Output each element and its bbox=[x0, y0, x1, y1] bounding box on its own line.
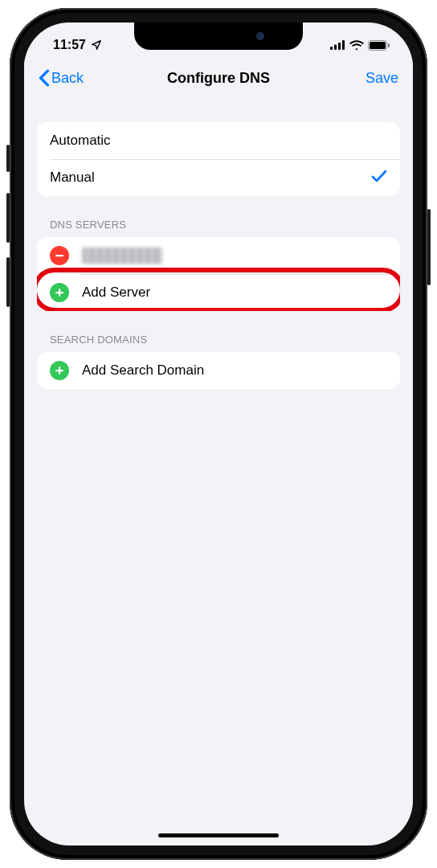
add-server-label: Add Server bbox=[82, 285, 387, 301]
device-frame: 11:57 bbox=[10, 8, 427, 860]
volume-up-button bbox=[6, 193, 10, 243]
dns-servers-group: Add Server bbox=[37, 237, 400, 311]
cellular-signal-icon bbox=[330, 40, 345, 50]
wifi-icon bbox=[349, 40, 364, 51]
mode-label: Automatic bbox=[50, 133, 387, 149]
search-domains-header: SEARCH DOMAINS bbox=[37, 334, 400, 352]
svg-rect-3 bbox=[342, 40, 345, 50]
back-label: Back bbox=[51, 70, 84, 87]
search-domains-group: Add Search Domain bbox=[37, 352, 400, 389]
dns-server-row[interactable] bbox=[37, 237, 400, 274]
mode-option-automatic[interactable]: Automatic bbox=[37, 122, 400, 159]
svg-rect-5 bbox=[370, 42, 386, 49]
navigation-bar: Back Configure DNS Save bbox=[24, 58, 413, 98]
add-icon bbox=[50, 361, 69, 380]
mode-option-manual[interactable]: Manual bbox=[37, 159, 400, 196]
screen: 11:57 bbox=[24, 23, 413, 845]
back-button[interactable]: Back bbox=[39, 69, 84, 87]
svg-rect-9 bbox=[55, 292, 63, 293]
svg-rect-1 bbox=[334, 45, 337, 51]
mode-label: Manual bbox=[50, 170, 371, 186]
add-server-row[interactable]: Add Server bbox=[37, 274, 400, 311]
power-button bbox=[427, 209, 431, 285]
chevron-left-icon bbox=[39, 69, 50, 87]
home-indicator[interactable] bbox=[158, 833, 279, 837]
notch bbox=[134, 23, 303, 50]
volume-down-button bbox=[6, 257, 10, 307]
dns-mode-group: Automatic Manual bbox=[37, 122, 400, 196]
svg-rect-2 bbox=[338, 43, 341, 50]
add-search-domain-row[interactable]: Add Search Domain bbox=[37, 352, 400, 389]
svg-rect-7 bbox=[55, 255, 63, 256]
save-button[interactable]: Save bbox=[366, 70, 398, 87]
svg-rect-0 bbox=[330, 47, 333, 50]
status-time: 11:57 bbox=[53, 38, 86, 52]
remove-icon[interactable] bbox=[50, 246, 69, 265]
add-icon bbox=[50, 283, 69, 302]
battery-icon bbox=[368, 40, 390, 51]
dns-server-redacted-value bbox=[82, 248, 162, 264]
add-search-domain-label: Add Search Domain bbox=[82, 362, 387, 379]
content-area: Automatic Manual DNS SERVERS bbox=[24, 98, 413, 845]
location-arrow-icon bbox=[91, 39, 102, 51]
page-title: Configure DNS bbox=[167, 70, 270, 87]
silent-switch bbox=[6, 145, 10, 172]
front-camera bbox=[256, 32, 264, 40]
svg-rect-6 bbox=[388, 43, 390, 47]
svg-rect-11 bbox=[55, 370, 63, 371]
checkmark-icon bbox=[371, 169, 387, 187]
dns-servers-header: DNS SERVERS bbox=[37, 219, 400, 237]
